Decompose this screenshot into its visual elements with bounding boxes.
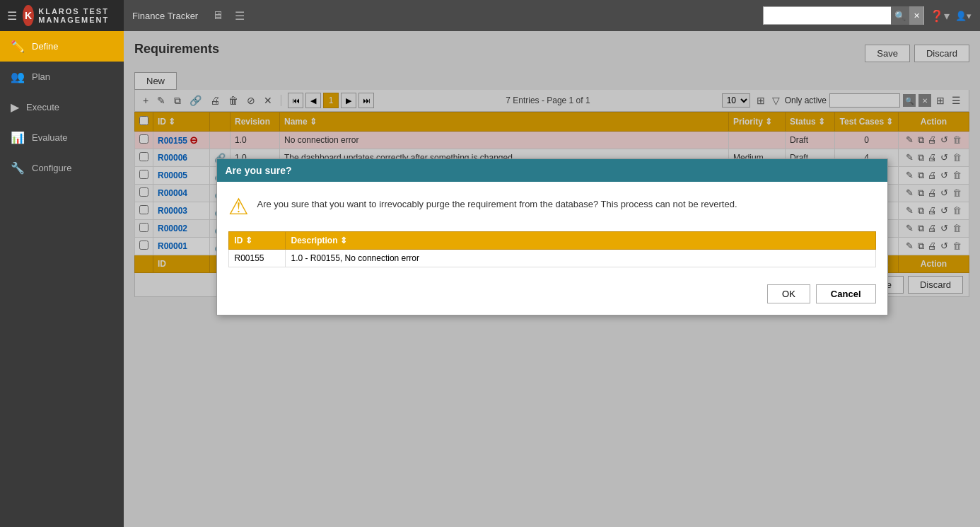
topbar: Finance Tracker 🖥 ☰ 🔍 ✕ ❓▾ 👤▾ xyxy=(124,0,980,31)
search-box: 🔍 ✕ xyxy=(763,6,924,25)
dialog-footer: OK Cancel xyxy=(228,279,876,303)
main-content: Finance Tracker 🖥 ☰ 🔍 ✕ ❓▾ 👤▾ Requiremen… xyxy=(124,0,980,527)
dialog-header: Are you sure? xyxy=(217,159,887,182)
sidebar-item-evaluate[interactable]: 📊 Evaluate xyxy=(0,122,124,153)
sidebar-label-execute: Execute xyxy=(26,102,59,112)
sidebar-item-define[interactable]: ✏️ Define xyxy=(0,31,124,62)
sidebar-label-plan: Plan xyxy=(32,71,50,82)
search-button[interactable]: 🔍 xyxy=(891,6,909,25)
sidebar-label-define: Define xyxy=(32,41,59,52)
logo-icon: K xyxy=(23,5,34,26)
dialog-message: Are you sure that you want to irrevocabl… xyxy=(257,197,737,212)
dialog-col-description: Description ⇕ xyxy=(285,232,875,250)
dialog-warning: ⚠ Are you sure that you want to irrevoca… xyxy=(228,193,876,220)
dialog-col-id: ID ⇕ xyxy=(228,232,285,250)
page-content: Requirements Save Discard New + ✎ ⧉ 🔗 🖨 … xyxy=(124,31,980,527)
dialog-row-id: R00155 xyxy=(228,250,285,267)
project-icon1[interactable]: 🖥 xyxy=(209,8,226,23)
warning-icon: ⚠ xyxy=(228,193,249,220)
define-icon: ✏️ xyxy=(11,40,25,53)
sidebar-label-evaluate: Evaluate xyxy=(32,132,68,143)
sidebar-item-configure[interactable]: 🔧 Configure xyxy=(0,153,124,183)
ok-button[interactable]: OK xyxy=(767,284,810,303)
app-title: KLAROS TEST MANAGEMENT xyxy=(38,7,117,24)
project-icon2[interactable]: ☰ xyxy=(232,8,247,24)
project-name: Finance Tracker xyxy=(132,11,198,21)
search-input[interactable] xyxy=(764,9,891,22)
sidebar-item-execute[interactable]: ▶ Execute xyxy=(0,92,124,122)
search-clear-button[interactable]: ✕ xyxy=(909,6,923,25)
app-logo: ☰ K KLAROS TEST MANAGEMENT xyxy=(0,0,124,31)
plan-icon: 👥 xyxy=(11,70,25,83)
cancel-button[interactable]: Cancel xyxy=(816,284,876,303)
dialog-table: ID ⇕ Description ⇕ R00155 1.0 - R00155, … xyxy=(228,231,876,267)
dialog-row-desc: 1.0 - R00155, No connection error xyxy=(285,250,875,267)
sidebar: ☰ K KLAROS TEST MANAGEMENT ✏️ Define 👥 P… xyxy=(0,0,124,527)
dialog-overlay: Are you sure? ⚠ Are you sure that you wa… xyxy=(124,31,980,527)
sidebar-label-configure: Configure xyxy=(32,163,71,173)
dialog-table-row: R00155 1.0 - R00155, No connection error xyxy=(228,250,875,267)
evaluate-icon: 📊 xyxy=(11,131,25,144)
dialog-body: ⚠ Are you sure that you want to irrevoca… xyxy=(217,182,887,315)
hamburger-icon[interactable]: ☰ xyxy=(7,9,17,23)
configure-icon: 🔧 xyxy=(11,161,25,175)
user-menu-button[interactable]: 👤▾ xyxy=(955,11,972,21)
help-button[interactable]: ❓▾ xyxy=(930,9,950,23)
sidebar-item-plan[interactable]: 👥 Plan xyxy=(0,62,124,92)
execute-icon: ▶ xyxy=(11,100,19,114)
confirm-dialog: Are you sure? ⚠ Are you sure that you wa… xyxy=(216,158,888,315)
